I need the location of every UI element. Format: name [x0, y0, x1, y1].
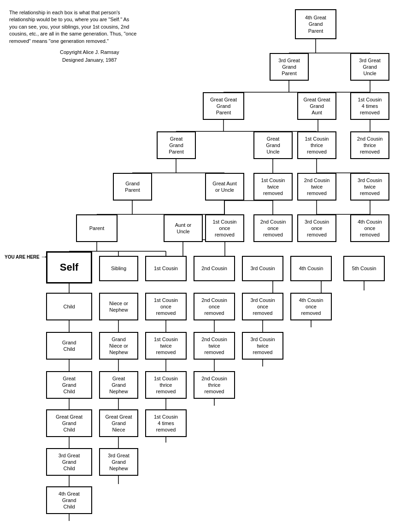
box-4th-great-grand-parent: 4th GreatGrandParent — [295, 9, 336, 39]
box-1st-cousin: 1st Cousin — [145, 256, 187, 281]
box-great-grand-child: GreatGrandChild — [46, 371, 92, 399]
page: The relationship in each box is what tha… — [0, 0, 400, 9]
box-great-great-grand-aunt: Great GreatGrandAunt — [297, 92, 336, 120]
box-2nd-cousin-twice-removed-down: 2nd Cousintwiceremoved — [194, 332, 235, 360]
intro-paragraph: The relationship in each box is what tha… — [9, 10, 136, 44]
box-child: Child — [46, 293, 92, 320]
box-2nd-cousin-thrice-removed: 2nd Cousinthriceremoved — [350, 131, 389, 159]
box-grand-niece-nephew: GrandNiece orNephew — [99, 332, 138, 360]
box-1st-cousin-4-times-removed: 1st Cousin4 timesremoved — [350, 92, 389, 120]
box-great-grand-nephew: GreatGrandNephew — [99, 371, 138, 399]
box-niece-nephew: Niece orNephew — [99, 293, 138, 320]
box-1st-cousin-twice-removed-down: 1st Cousintwiceremoved — [145, 332, 187, 360]
box-5th-cousin: 5th Cousin — [343, 256, 385, 281]
box-3rd-cousin-once-removed-down: 3rd Cousinonceremoved — [242, 293, 283, 320]
box-4th-great-grand-child: 4th GreatGrandChild — [46, 486, 92, 514]
box-great-great-grand-niece: Great GreatGrandNiece — [99, 409, 138, 437]
box-1st-cousin-thrice-removed-down: 1st Cousinthriceremoved — [145, 371, 187, 399]
box-4th-cousin-once-removed-down: 4th Cousinonceremoved — [290, 293, 332, 320]
you-are-here-text: YOU ARE HERE — [5, 254, 40, 260]
box-self: Self — [46, 251, 92, 284]
box-2nd-cousin-thrice-removed-down: 2nd Cousinthriceremoved — [194, 371, 235, 399]
box-aunt-uncle: Aunt orUncle — [164, 214, 203, 242]
box-great-grand-uncle: GreatGrandUncle — [253, 131, 293, 159]
box-1st-cousin-twice-removed-up: 1st Cousintwiceremoved — [253, 173, 293, 201]
copyright-line2: Designed January, 1987 — [60, 56, 119, 64]
box-1st-cousin-4-times-removed-down: 1st Cousin4 timesremoved — [145, 409, 187, 437]
box-3rd-great-grand-uncle: 3rd GreatGrandUncle — [350, 53, 389, 81]
box-3rd-great-grand-nephew: 3rd GreatGrandNephew — [99, 448, 138, 476]
box-4th-cousin-once-removed-up: 4th Cousinonceremoved — [350, 214, 389, 242]
box-parent: Parent — [76, 214, 118, 242]
box-great-aunt-uncle: Great Auntor Uncle — [205, 173, 244, 201]
box-grand-parent: GrandParent — [113, 173, 152, 201]
box-2nd-cousin-once-removed-up: 2nd Cousinonceremoved — [253, 214, 293, 242]
box-grand-child: GrandChild — [46, 332, 92, 360]
box-1st-cousin-once-removed-up: 1st Cousinonceremoved — [205, 214, 244, 242]
box-3rd-great-grand-parent: 3rd GreatGrandParent — [270, 53, 309, 81]
box-3rd-cousin-twice-removed-down: 3rd Cousintwiceremoved — [242, 332, 283, 360]
copyright-text: Copyright Alice J. Ramsay Designed Janua… — [60, 48, 119, 64]
box-great-grand-parent: GreatGrandParent — [157, 131, 196, 159]
box-2nd-cousin-twice-removed: 2nd Cousintwiceremoved — [297, 173, 336, 201]
box-3rd-cousin-twice-removed: 3rd Cousintwiceremoved — [350, 173, 389, 201]
box-2nd-cousin-once-removed-down: 2nd Cousinonceremoved — [194, 293, 235, 320]
copyright-line1: Copyright Alice J. Ramsay — [60, 48, 119, 56]
box-3rd-cousin: 3rd Cousin — [242, 256, 283, 281]
box-1st-cousin-once-removed-down: 1st Cousinonceremoved — [145, 293, 187, 320]
box-3rd-great-grand-child: 3rd GreatGrandChild — [46, 448, 92, 476]
box-1st-cousin-thrice-removed-up: 1st Cousinthriceremoved — [297, 131, 336, 159]
intro-text: The relationship in each box is what tha… — [9, 9, 138, 45]
box-great-great-grand-child: Great GreatGrandChild — [46, 409, 92, 437]
box-sibling: Sibling — [99, 256, 138, 281]
you-are-here-label: YOU ARE HERE → — [5, 253, 48, 261]
box-great-great-grand-parent: Great GreatGrandParent — [203, 92, 244, 120]
box-4th-cousin: 4th Cousin — [290, 256, 332, 281]
box-3rd-cousin-once-removed-up: 3rd Cousinonceremoved — [297, 214, 336, 242]
box-2nd-cousin: 2nd Cousin — [194, 256, 235, 281]
